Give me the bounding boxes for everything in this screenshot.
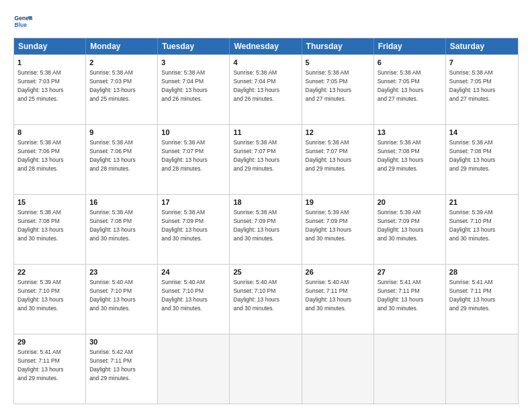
day-number: 1 bbox=[17, 58, 82, 68]
calendar-body: 1Sunrise: 5:38 AMSunset: 7:03 PMDaylight… bbox=[14, 54, 518, 404]
weekday-header: Wednesday bbox=[230, 38, 302, 54]
day-info: Sunrise: 5:40 AMSunset: 7:10 PMDaylight:… bbox=[89, 279, 136, 312]
day-number: 14 bbox=[449, 128, 515, 138]
day-info: Sunrise: 5:41 AMSunset: 7:11 PMDaylight:… bbox=[17, 349, 64, 381]
day-number: 9 bbox=[89, 128, 154, 138]
calendar-cell: 7Sunrise: 5:38 AMSunset: 7:05 PMDaylight… bbox=[446, 55, 518, 124]
calendar-cell: 3Sunrise: 5:38 AMSunset: 7:04 PMDaylight… bbox=[158, 55, 230, 124]
calendar-week: 1Sunrise: 5:38 AMSunset: 7:03 PMDaylight… bbox=[14, 54, 518, 124]
calendar-cell bbox=[302, 334, 374, 404]
day-number: 6 bbox=[378, 58, 442, 68]
day-info: Sunrise: 5:38 AMSunset: 7:05 PMDaylight:… bbox=[306, 69, 352, 102]
day-info: Sunrise: 5:38 AMSunset: 7:07 PMDaylight:… bbox=[233, 139, 279, 172]
day-number: 4 bbox=[233, 58, 298, 68]
day-number: 25 bbox=[233, 267, 298, 277]
day-info: Sunrise: 5:38 AMSunset: 7:06 PMDaylight:… bbox=[89, 139, 136, 172]
logo-icon: General Blue bbox=[13, 12, 32, 31]
calendar-week: 22Sunrise: 5:39 AMSunset: 7:10 PMDayligh… bbox=[14, 264, 518, 334]
day-info: Sunrise: 5:38 AMSunset: 7:05 PMDaylight:… bbox=[378, 69, 424, 102]
calendar-cell: 26Sunrise: 5:40 AMSunset: 7:11 PMDayligh… bbox=[302, 265, 374, 334]
day-number: 8 bbox=[17, 128, 82, 138]
calendar-cell bbox=[374, 334, 446, 404]
day-info: Sunrise: 5:38 AMSunset: 7:09 PMDaylight:… bbox=[233, 209, 279, 242]
day-info: Sunrise: 5:39 AMSunset: 7:10 PMDaylight:… bbox=[17, 279, 64, 312]
day-number: 19 bbox=[306, 197, 370, 208]
day-number: 12 bbox=[306, 128, 370, 138]
day-number: 23 bbox=[89, 267, 154, 277]
day-info: Sunrise: 5:39 AMSunset: 7:10 PMDaylight:… bbox=[449, 209, 496, 242]
day-number: 5 bbox=[306, 58, 370, 68]
day-info: Sunrise: 5:38 AMSunset: 7:08 PMDaylight:… bbox=[449, 139, 496, 172]
logo: General Blue bbox=[13, 12, 35, 31]
day-number: 10 bbox=[161, 128, 226, 138]
weekday-header: Thursday bbox=[302, 38, 374, 54]
day-number: 21 bbox=[449, 197, 515, 208]
day-info: Sunrise: 5:38 AMSunset: 7:06 PMDaylight:… bbox=[17, 139, 64, 172]
day-info: Sunrise: 5:38 AMSunset: 7:05 PMDaylight:… bbox=[449, 69, 496, 102]
svg-text:Blue: Blue bbox=[15, 21, 28, 28]
calendar-cell bbox=[230, 334, 302, 404]
day-number: 29 bbox=[17, 337, 82, 347]
day-info: Sunrise: 5:40 AMSunset: 7:10 PMDaylight:… bbox=[161, 279, 208, 312]
day-info: Sunrise: 5:38 AMSunset: 7:07 PMDaylight:… bbox=[306, 139, 352, 172]
weekday-header: Saturday bbox=[446, 38, 518, 54]
day-info: Sunrise: 5:40 AMSunset: 7:10 PMDaylight:… bbox=[233, 279, 279, 312]
calendar-cell: 30Sunrise: 5:42 AMSunset: 7:11 PMDayligh… bbox=[86, 334, 158, 404]
calendar-cell: 11Sunrise: 5:38 AMSunset: 7:07 PMDayligh… bbox=[230, 125, 302, 194]
calendar-cell: 4Sunrise: 5:38 AMSunset: 7:04 PMDaylight… bbox=[230, 55, 302, 124]
calendar-cell: 12Sunrise: 5:38 AMSunset: 7:07 PMDayligh… bbox=[302, 125, 374, 194]
calendar-cell: 6Sunrise: 5:38 AMSunset: 7:05 PMDaylight… bbox=[374, 55, 446, 124]
calendar-week: 8Sunrise: 5:38 AMSunset: 7:06 PMDaylight… bbox=[14, 124, 518, 194]
header: General Blue bbox=[13, 12, 519, 31]
day-number: 20 bbox=[378, 197, 442, 208]
day-number: 26 bbox=[306, 267, 370, 277]
day-number: 7 bbox=[449, 58, 515, 68]
weekday-header: Tuesday bbox=[158, 38, 230, 54]
day-info: Sunrise: 5:38 AMSunset: 7:08 PMDaylight:… bbox=[89, 209, 136, 242]
calendar-cell: 27Sunrise: 5:41 AMSunset: 7:11 PMDayligh… bbox=[374, 265, 446, 334]
day-number: 17 bbox=[161, 197, 226, 208]
calendar-cell: 9Sunrise: 5:38 AMSunset: 7:06 PMDaylight… bbox=[86, 125, 158, 194]
day-info: Sunrise: 5:39 AMSunset: 7:09 PMDaylight:… bbox=[378, 209, 424, 242]
day-number: 16 bbox=[89, 197, 154, 208]
calendar: SundayMondayTuesdayWednesdayThursdayFrid… bbox=[13, 38, 519, 404]
calendar-cell: 2Sunrise: 5:38 AMSunset: 7:03 PMDaylight… bbox=[86, 55, 158, 124]
calendar-week: 15Sunrise: 5:38 AMSunset: 7:08 PMDayligh… bbox=[14, 194, 518, 264]
calendar-cell: 16Sunrise: 5:38 AMSunset: 7:08 PMDayligh… bbox=[86, 195, 158, 264]
day-info: Sunrise: 5:42 AMSunset: 7:11 PMDaylight:… bbox=[89, 349, 136, 381]
day-number: 27 bbox=[378, 267, 442, 277]
calendar-cell: 28Sunrise: 5:41 AMSunset: 7:11 PMDayligh… bbox=[446, 265, 518, 334]
day-number: 2 bbox=[89, 58, 154, 68]
weekday-header: Sunday bbox=[14, 38, 86, 54]
weekday-header: Monday bbox=[86, 38, 158, 54]
day-info: Sunrise: 5:38 AMSunset: 7:08 PMDaylight:… bbox=[17, 209, 64, 242]
day-number: 3 bbox=[161, 58, 226, 68]
calendar-cell: 19Sunrise: 5:39 AMSunset: 7:09 PMDayligh… bbox=[302, 195, 374, 264]
calendar-header: SundayMondayTuesdayWednesdayThursdayFrid… bbox=[14, 38, 518, 54]
calendar-cell: 25Sunrise: 5:40 AMSunset: 7:10 PMDayligh… bbox=[230, 265, 302, 334]
calendar-cell: 18Sunrise: 5:38 AMSunset: 7:09 PMDayligh… bbox=[230, 195, 302, 264]
day-info: Sunrise: 5:41 AMSunset: 7:11 PMDaylight:… bbox=[449, 279, 496, 312]
calendar-cell: 14Sunrise: 5:38 AMSunset: 7:08 PMDayligh… bbox=[446, 125, 518, 194]
weekday-header: Friday bbox=[374, 38, 446, 54]
day-number: 30 bbox=[89, 337, 154, 347]
day-number: 15 bbox=[17, 197, 82, 208]
calendar-cell: 8Sunrise: 5:38 AMSunset: 7:06 PMDaylight… bbox=[14, 125, 86, 194]
day-info: Sunrise: 5:40 AMSunset: 7:11 PMDaylight:… bbox=[306, 279, 352, 312]
calendar-cell: 1Sunrise: 5:38 AMSunset: 7:03 PMDaylight… bbox=[14, 55, 86, 124]
calendar-cell: 17Sunrise: 5:38 AMSunset: 7:09 PMDayligh… bbox=[158, 195, 230, 264]
day-info: Sunrise: 5:38 AMSunset: 7:04 PMDaylight:… bbox=[233, 69, 279, 102]
calendar-cell: 15Sunrise: 5:38 AMSunset: 7:08 PMDayligh… bbox=[14, 195, 86, 264]
calendar-cell: 10Sunrise: 5:38 AMSunset: 7:07 PMDayligh… bbox=[158, 125, 230, 194]
calendar-week: 29Sunrise: 5:41 AMSunset: 7:11 PMDayligh… bbox=[14, 334, 518, 404]
day-info: Sunrise: 5:38 AMSunset: 7:08 PMDaylight:… bbox=[378, 139, 424, 172]
day-number: 28 bbox=[449, 267, 515, 277]
calendar-cell: 24Sunrise: 5:40 AMSunset: 7:10 PMDayligh… bbox=[158, 265, 230, 334]
calendar-cell: 5Sunrise: 5:38 AMSunset: 7:05 PMDaylight… bbox=[302, 55, 374, 124]
day-info: Sunrise: 5:38 AMSunset: 7:03 PMDaylight:… bbox=[17, 69, 64, 102]
calendar-cell: 13Sunrise: 5:38 AMSunset: 7:08 PMDayligh… bbox=[374, 125, 446, 194]
calendar-cell: 21Sunrise: 5:39 AMSunset: 7:10 PMDayligh… bbox=[446, 195, 518, 264]
day-number: 11 bbox=[233, 128, 298, 138]
calendar-cell: 29Sunrise: 5:41 AMSunset: 7:11 PMDayligh… bbox=[14, 334, 86, 404]
day-info: Sunrise: 5:41 AMSunset: 7:11 PMDaylight:… bbox=[378, 279, 424, 312]
